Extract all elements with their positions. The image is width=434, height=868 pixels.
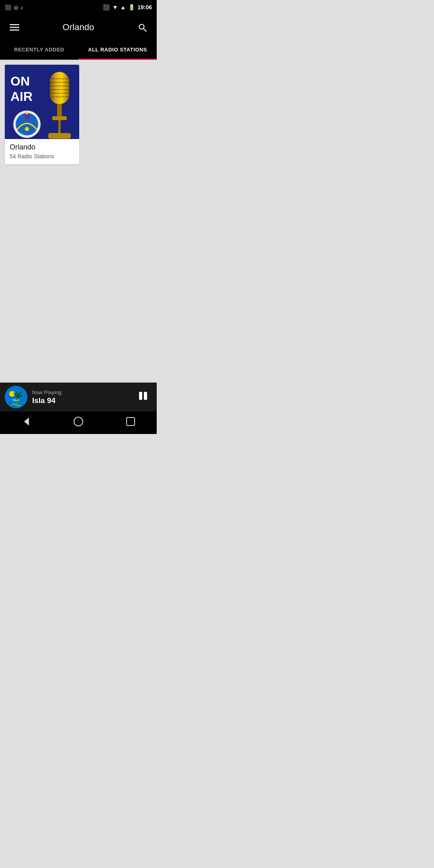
svg-rect-1: [10, 27, 19, 28]
station-count: 54 Radio Stations: [10, 153, 74, 160]
svg-point-3: [139, 25, 144, 29]
recents-button[interactable]: [116, 413, 145, 432]
svg-rect-0: [10, 24, 19, 25]
time-display: 19:06: [137, 4, 152, 10]
status-bar: ⬛ ◎ ♪ ⬛ ▼ ▲ 🔋 19:06: [0, 0, 157, 14]
svg-text:AIR: AIR: [10, 89, 33, 104]
now-playing-logo: ISLA: [5, 386, 27, 408]
status-icons-left: ⬛ ◎ ♪: [5, 4, 23, 10]
station-card-image: ON AIR: [5, 65, 79, 139]
svg-rect-2: [10, 30, 19, 31]
station-name: Orlando: [10, 143, 74, 151]
svg-rect-22: [52, 116, 67, 120]
svg-rect-21: [57, 104, 62, 116]
page-title: Orlando: [23, 22, 134, 33]
now-playing-info: Now Playing: Isla 94: [32, 389, 129, 405]
app-icon-2: ◎: [14, 4, 18, 10]
menu-button[interactable]: [6, 19, 23, 35]
app-bar: Orlando: [0, 14, 157, 40]
status-icons-right: ⬛ ▼ ▲ 🔋 19:06: [103, 4, 152, 10]
tab-recently-added[interactable]: RECENTLY ADDED: [0, 40, 78, 59]
navigation-bar: [0, 411, 157, 434]
svg-point-33: [74, 417, 83, 426]
svg-line-4: [144, 29, 147, 32]
home-button[interactable]: [63, 413, 93, 432]
content-area: ON AIR: [0, 60, 157, 383]
tabs-bar: RECENTLY ADDED ALL RADIO STATIONS: [0, 40, 157, 60]
search-button[interactable]: [134, 19, 150, 35]
battery-icon: 🔋: [128, 4, 135, 10]
back-button[interactable]: [11, 413, 41, 432]
svg-rect-31: [144, 392, 147, 400]
svg-rect-24: [48, 133, 71, 139]
pause-button[interactable]: [134, 387, 152, 407]
station-card-info: Orlando 54 Radio Stations: [5, 139, 79, 164]
station-card[interactable]: ON AIR: [5, 65, 79, 164]
svg-rect-14: [50, 72, 69, 104]
now-playing-title: Isla 94: [32, 396, 129, 405]
svg-rect-30: [139, 392, 142, 400]
svg-text:ISLA: ISLA: [13, 399, 19, 401]
svg-marker-32: [24, 418, 29, 426]
svg-point-12: [25, 127, 29, 131]
svg-rect-34: [127, 418, 135, 426]
app-icon-1: ⬛: [5, 4, 11, 10]
svg-text:ON: ON: [10, 74, 30, 88]
app-icon-3: ♪: [20, 4, 23, 10]
cast-icon: ⬛: [103, 4, 110, 10]
now-playing-label: Now Playing:: [32, 389, 129, 395]
now-playing-bar: ISLA Now Playing: Isla 94: [0, 383, 157, 411]
svg-point-11: [26, 111, 28, 115]
svg-rect-23: [58, 120, 61, 134]
tab-all-radio-stations[interactable]: ALL RADIO STATIONS: [78, 40, 157, 59]
signal-icon: ▲: [120, 4, 126, 10]
wifi-icon: ▼: [112, 4, 118, 10]
